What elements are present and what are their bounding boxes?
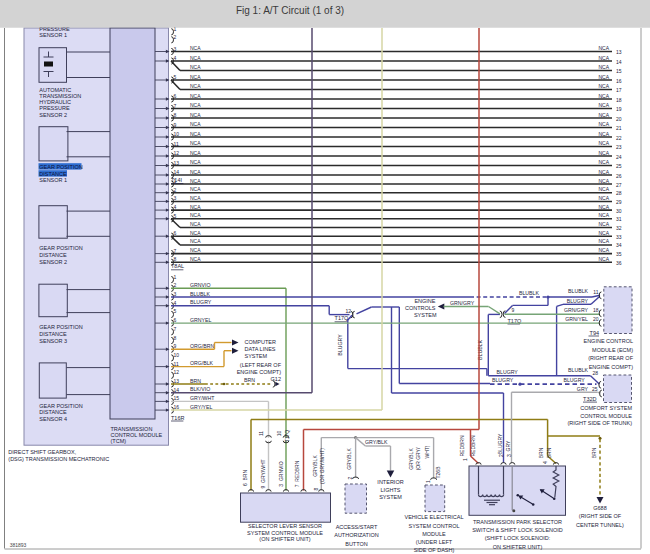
svg-text:T14I: T14I xyxy=(171,177,182,183)
svg-text:SWITCH & SHIFT LOCK SOLENOID: SWITCH & SHIFT LOCK SOLENOID xyxy=(472,527,563,533)
svg-text:(SHIFT LOCK SOLENOID:: (SHIFT LOCK SOLENOID: xyxy=(485,535,551,541)
svg-text:6: 6 xyxy=(174,230,177,236)
svg-text:NCA: NCA xyxy=(598,204,609,210)
svg-text:15: 15 xyxy=(616,68,622,74)
svg-text:SYSTEM: SYSTEM xyxy=(379,494,402,500)
svg-text:GRY/BLK: GRY/BLK xyxy=(346,448,352,470)
svg-text:7 REDBRN: 7 REDBRN xyxy=(294,460,300,487)
svg-text:GEAR POSITION: GEAR POSITION xyxy=(39,164,82,170)
svg-text:2: 2 xyxy=(174,34,177,40)
svg-text:6: 6 xyxy=(174,317,177,323)
svg-text:NCA: NCA xyxy=(598,131,609,137)
svg-text:7: 7 xyxy=(174,103,177,109)
svg-text:7: 7 xyxy=(174,326,177,332)
svg-text:11: 11 xyxy=(593,289,598,295)
svg-text:SENSOR 1: SENSOR 1 xyxy=(39,32,67,38)
svg-text:(RIGHT REAR OF: (RIGHT REAR OF xyxy=(588,355,633,361)
svg-text:TRANSMISSION PARK SELECTOR: TRANSMISSION PARK SELECTOR xyxy=(473,519,562,525)
svg-text:NCA: NCA xyxy=(598,102,609,108)
svg-text:4: 4 xyxy=(174,55,177,61)
svg-text:18: 18 xyxy=(593,307,599,313)
svg-text:NCA: NCA xyxy=(190,256,201,262)
svg-text:31: 31 xyxy=(616,216,622,222)
svg-text:381893: 381893 xyxy=(10,542,27,548)
svg-text:NCA: NCA xyxy=(190,238,201,244)
svg-text:T32D: T32D xyxy=(583,396,596,402)
svg-text:ORG/BLK: ORG/BLK xyxy=(190,360,214,366)
svg-text:WHT): WHT) xyxy=(424,445,430,458)
svg-text:1: 1 xyxy=(425,480,431,483)
svg-text:17: 17 xyxy=(616,87,622,93)
svg-text:9: 9 xyxy=(174,343,177,349)
svg-text:9: 9 xyxy=(174,122,177,128)
svg-text:BRN: BRN xyxy=(591,447,597,458)
svg-text:GEAR POSITION: GEAR POSITION xyxy=(39,324,82,330)
svg-text:NCA: NCA xyxy=(190,93,201,99)
svg-text:GRN/GRY: GRN/GRY xyxy=(564,307,589,313)
svg-text:BLUBLK: BLUBLK xyxy=(568,288,588,294)
svg-text:11: 11 xyxy=(174,361,179,367)
svg-text:3: 3 xyxy=(174,195,177,201)
svg-text:NCA: NCA xyxy=(190,55,201,61)
svg-text:BLUGRY: BLUGRY xyxy=(492,377,514,383)
svg-text:NCA: NCA xyxy=(598,93,609,99)
svg-text:3: 3 xyxy=(506,454,512,457)
svg-text:NCA: NCA xyxy=(190,131,201,137)
svg-text:(LEFT REAR OF: (LEFT REAR OF xyxy=(240,362,282,368)
svg-text:Fig 1: A/T Circuit (1 of 3): Fig 1: A/T Circuit (1 of 3) xyxy=(236,5,344,16)
svg-text:NCA: NCA xyxy=(598,159,609,165)
svg-text:BLUGRY: BLUGRY xyxy=(337,334,343,356)
svg-text:BLUBLK: BLUBLK xyxy=(568,367,588,373)
svg-text:CONTROL MODULE: CONTROL MODULE xyxy=(580,413,632,419)
svg-text:30: 30 xyxy=(616,208,622,214)
svg-text:NCA: NCA xyxy=(190,64,201,70)
svg-text:DISTANCE: DISTANCE xyxy=(39,331,67,337)
svg-text:NCA: NCA xyxy=(190,45,201,51)
svg-text:NCA: NCA xyxy=(598,212,609,218)
svg-text:14: 14 xyxy=(174,387,180,393)
svg-text:4: 4 xyxy=(542,461,548,464)
svg-text:1: 1 xyxy=(174,274,177,280)
svg-text:29: 29 xyxy=(616,199,622,205)
svg-text:SENSOR 2: SENSOR 2 xyxy=(39,259,67,265)
svg-text:DISTANCE: DISTANCE xyxy=(39,171,67,177)
svg-text:DISTANCE: DISTANCE xyxy=(39,409,67,415)
svg-text:24: 24 xyxy=(616,154,622,160)
svg-text:GEAR POSITION: GEAR POSITION xyxy=(39,245,82,251)
svg-text:INTERIOR: INTERIOR xyxy=(377,479,403,485)
svg-text:BLUGRY: BLUGRY xyxy=(190,299,212,305)
svg-text:NCA: NCA xyxy=(190,212,201,218)
svg-text:3: 3 xyxy=(174,46,177,52)
svg-text:DISTANCE: DISTANCE xyxy=(39,252,67,258)
svg-text:SYSTEM CONTROL: SYSTEM CONTROL xyxy=(408,523,459,529)
svg-text:6 BRN: 6 BRN xyxy=(242,470,248,487)
svg-text:NCA: NCA xyxy=(190,230,201,236)
svg-text:CONTROLS: CONTROLS xyxy=(405,305,436,311)
svg-text:NCA: NCA xyxy=(598,45,609,51)
svg-text:GRY/BLK: GRY/BLK xyxy=(365,439,388,445)
svg-text:NCA: NCA xyxy=(598,247,609,253)
svg-text:SIDE OF DASH): SIDE OF DASH) xyxy=(414,547,455,553)
svg-text:32: 32 xyxy=(616,225,622,231)
svg-text:9 GRY/WHT: 9 GRY/WHT xyxy=(260,459,266,488)
svg-text:NCA: NCA xyxy=(190,112,201,118)
svg-text:VEHICLE ELECTRICAL: VEHICLE ELECTRICAL xyxy=(405,514,464,520)
svg-text:T94: T94 xyxy=(590,330,599,336)
svg-text:16: 16 xyxy=(616,78,622,84)
svg-text:NCA: NCA xyxy=(598,112,609,118)
svg-text:20: 20 xyxy=(593,316,599,322)
svg-text:10: 10 xyxy=(174,131,180,137)
svg-text:21: 21 xyxy=(616,125,622,131)
svg-text:ORG/BRN: ORG/BRN xyxy=(190,343,214,349)
svg-text:GRY: GRY xyxy=(505,440,511,451)
svg-text:T16R: T16R xyxy=(171,415,184,421)
svg-text:NCA: NCA xyxy=(190,83,201,89)
svg-text:SYSTEM: SYSTEM xyxy=(245,353,268,359)
svg-text:NCA: NCA xyxy=(598,195,609,201)
svg-text:PRESSURE: PRESSURE xyxy=(39,105,70,111)
svg-text:BRN: BRN xyxy=(244,377,255,383)
svg-text:LIGHTS: LIGHTS xyxy=(381,487,401,493)
svg-text:25: 25 xyxy=(592,386,598,392)
svg-text:CENTER TUNNEL): CENTER TUNNEL) xyxy=(576,522,624,528)
svg-text:T26B: T26B xyxy=(435,466,441,479)
